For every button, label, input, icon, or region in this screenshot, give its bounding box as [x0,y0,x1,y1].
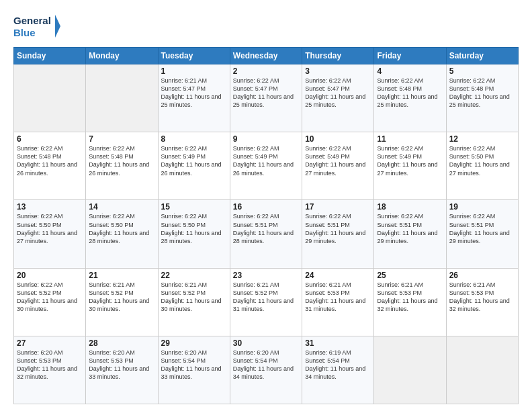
logo-svg: General Blue [13,12,60,40]
calendar-cell: 23Sunrise: 6:21 AM Sunset: 5:52 PM Dayli… [230,268,302,336]
calendar-cell: 28Sunrise: 6:20 AM Sunset: 5:53 PM Dayli… [86,336,158,404]
calendar-cell: 9Sunrise: 6:22 AM Sunset: 5:49 PM Daylig… [230,132,302,200]
day-number: 2 [233,66,299,76]
calendar-cell: 8Sunrise: 6:22 AM Sunset: 5:49 PM Daylig… [158,132,230,200]
day-info: Sunrise: 6:22 AM Sunset: 5:50 PM Dayligh… [449,144,515,177]
day-number: 22 [161,271,227,280]
day-info: Sunrise: 6:22 AM Sunset: 5:47 PM Dayligh… [305,77,371,109]
weekday-header-friday: Friday [374,48,446,64]
calendar-cell: 3Sunrise: 6:22 AM Sunset: 5:47 PM Daylig… [302,64,374,132]
day-info: Sunrise: 6:22 AM Sunset: 5:51 PM Dayligh… [305,212,371,245]
calendar-cell: 7Sunrise: 6:22 AM Sunset: 5:48 PM Daylig… [86,132,158,200]
logo: General Blue [13,12,60,40]
day-number: 29 [161,338,227,348]
calendar-cell: 21Sunrise: 6:21 AM Sunset: 5:52 PM Dayli… [86,268,158,336]
day-info: Sunrise: 6:21 AM Sunset: 5:52 PM Dayligh… [89,281,154,314]
day-info: Sunrise: 6:22 AM Sunset: 5:49 PM Dayligh… [233,144,299,177]
calendar-cell: 26Sunrise: 6:21 AM Sunset: 5:53 PM Dayli… [446,268,518,336]
calendar-table: SundayMondayTuesdayWednesdayThursdayFrid… [13,47,519,404]
day-info: Sunrise: 6:22 AM Sunset: 5:48 PM Dayligh… [17,144,83,177]
day-info: Sunrise: 6:21 AM Sunset: 5:52 PM Dayligh… [161,281,227,314]
day-number: 1 [161,66,227,76]
day-info: Sunrise: 6:22 AM Sunset: 5:49 PM Dayligh… [161,144,227,177]
day-number: 5 [449,66,515,76]
day-info: Sunrise: 6:21 AM Sunset: 5:53 PM Dayligh… [377,281,443,314]
day-info: Sunrise: 6:22 AM Sunset: 5:51 PM Dayligh… [233,212,299,245]
calendar-cell: 6Sunrise: 6:22 AM Sunset: 5:48 PM Daylig… [14,132,86,200]
day-number: 28 [89,338,154,348]
weekday-header-sunday: Sunday [14,48,86,64]
day-info: Sunrise: 6:21 AM Sunset: 5:53 PM Dayligh… [305,281,371,314]
calendar-cell [446,336,518,404]
day-number: 8 [161,134,227,144]
calendar-cell: 22Sunrise: 6:21 AM Sunset: 5:52 PM Dayli… [158,268,230,336]
day-info: Sunrise: 6:22 AM Sunset: 5:49 PM Dayligh… [305,144,371,177]
day-number: 4 [377,66,443,76]
day-number: 13 [17,202,83,212]
day-info: Sunrise: 6:22 AM Sunset: 5:48 PM Dayligh… [449,77,515,109]
calendar-cell: 16Sunrise: 6:22 AM Sunset: 5:51 PM Dayli… [230,200,302,268]
day-info: Sunrise: 6:21 AM Sunset: 5:52 PM Dayligh… [233,281,299,314]
calendar-cell: 5Sunrise: 6:22 AM Sunset: 5:48 PM Daylig… [446,64,518,132]
day-number: 30 [233,338,299,348]
day-number: 7 [89,134,154,144]
day-number: 11 [377,134,443,144]
calendar-cell [14,64,86,132]
day-number: 23 [233,271,299,280]
calendar-cell: 15Sunrise: 6:22 AM Sunset: 5:50 PM Dayli… [158,200,230,268]
day-number: 24 [305,271,371,280]
day-info: Sunrise: 6:22 AM Sunset: 5:48 PM Dayligh… [377,77,443,109]
day-info: Sunrise: 6:22 AM Sunset: 5:50 PM Dayligh… [89,212,154,245]
day-number: 17 [305,202,371,212]
calendar-cell: 30Sunrise: 6:20 AM Sunset: 5:54 PM Dayli… [230,336,302,404]
calendar-cell: 20Sunrise: 6:22 AM Sunset: 5:52 PM Dayli… [14,268,86,336]
calendar-cell: 12Sunrise: 6:22 AM Sunset: 5:50 PM Dayli… [446,132,518,200]
calendar-cell: 19Sunrise: 6:22 AM Sunset: 5:51 PM Dayli… [446,200,518,268]
weekday-header-thursday: Thursday [302,48,374,64]
calendar-cell: 1Sunrise: 6:21 AM Sunset: 5:47 PM Daylig… [158,64,230,132]
calendar-cell: 10Sunrise: 6:22 AM Sunset: 5:49 PM Dayli… [302,132,374,200]
day-info: Sunrise: 6:20 AM Sunset: 5:54 PM Dayligh… [161,349,227,381]
day-info: Sunrise: 6:20 AM Sunset: 5:53 PM Dayligh… [17,349,83,381]
calendar-cell [86,64,158,132]
day-info: Sunrise: 6:21 AM Sunset: 5:53 PM Dayligh… [449,281,515,314]
day-number: 20 [17,271,83,280]
day-info: Sunrise: 6:22 AM Sunset: 5:51 PM Dayligh… [377,212,443,245]
calendar-cell: 27Sunrise: 6:20 AM Sunset: 5:53 PM Dayli… [14,336,86,404]
day-number: 6 [17,134,83,144]
day-info: Sunrise: 6:22 AM Sunset: 5:50 PM Dayligh… [17,212,83,245]
day-number: 18 [377,202,443,212]
calendar-cell: 2Sunrise: 6:22 AM Sunset: 5:47 PM Daylig… [230,64,302,132]
calendar-cell [374,336,446,404]
day-number: 25 [377,271,443,280]
day-number: 16 [233,202,299,212]
day-number: 15 [161,202,227,212]
day-info: Sunrise: 6:22 AM Sunset: 5:52 PM Dayligh… [17,281,83,314]
day-info: Sunrise: 6:22 AM Sunset: 5:49 PM Dayligh… [377,144,443,177]
weekday-header-wednesday: Wednesday [230,48,302,64]
calendar-cell: 17Sunrise: 6:22 AM Sunset: 5:51 PM Dayli… [302,200,374,268]
calendar-cell: 25Sunrise: 6:21 AM Sunset: 5:53 PM Dayli… [374,268,446,336]
day-info: Sunrise: 6:22 AM Sunset: 5:51 PM Dayligh… [449,212,515,245]
calendar-cell: 29Sunrise: 6:20 AM Sunset: 5:54 PM Dayli… [158,336,230,404]
day-number: 21 [89,271,154,280]
day-info: Sunrise: 6:20 AM Sunset: 5:54 PM Dayligh… [233,349,299,381]
day-info: Sunrise: 6:19 AM Sunset: 5:54 PM Dayligh… [305,349,371,381]
svg-text:Blue: Blue [13,27,36,38]
day-info: Sunrise: 6:20 AM Sunset: 5:53 PM Dayligh… [89,349,154,381]
svg-text:General: General [13,15,51,26]
day-info: Sunrise: 6:22 AM Sunset: 5:47 PM Dayligh… [233,77,299,109]
calendar-cell: 24Sunrise: 6:21 AM Sunset: 5:53 PM Dayli… [302,268,374,336]
day-number: 3 [305,66,371,76]
page-header: General Blue [13,12,519,40]
calendar-cell: 18Sunrise: 6:22 AM Sunset: 5:51 PM Dayli… [374,200,446,268]
weekday-header-saturday: Saturday [446,48,518,64]
calendar-cell: 31Sunrise: 6:19 AM Sunset: 5:54 PM Dayli… [302,336,374,404]
weekday-header-tuesday: Tuesday [158,48,230,64]
day-info: Sunrise: 6:21 AM Sunset: 5:47 PM Dayligh… [161,77,227,109]
calendar-cell: 4Sunrise: 6:22 AM Sunset: 5:48 PM Daylig… [374,64,446,132]
calendar-cell: 14Sunrise: 6:22 AM Sunset: 5:50 PM Dayli… [86,200,158,268]
calendar-cell: 11Sunrise: 6:22 AM Sunset: 5:49 PM Dayli… [374,132,446,200]
day-number: 9 [233,134,299,144]
weekday-header-monday: Monday [86,48,158,64]
